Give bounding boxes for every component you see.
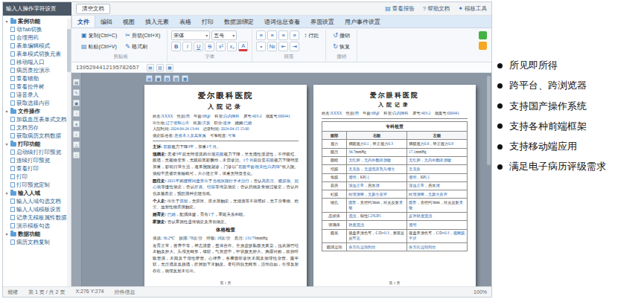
data-element[interactable]: 79: [252, 236, 257, 240]
data-element[interactable]: 透明: [409, 222, 416, 227]
align-justify-button[interactable]: ≡: [290, 30, 299, 40]
expand-panel-icon[interactable]: [479, 31, 487, 39]
tree-item-leaf[interactable]: 演示模板勾选: [4, 222, 71, 230]
data-element[interactable]: 无红肿: [348, 158, 360, 162]
menu-tab[interactable]: 表格: [174, 16, 197, 28]
data-element[interactable]: 1个月: [206, 144, 217, 149]
cut-button[interactable]: ✂ 剪切(Ctrl+X): [122, 30, 163, 40]
data-element[interactable]: 圆形: [348, 200, 356, 205]
data-element[interactable]: 混浊: [348, 213, 356, 218]
data-element[interactable]: (-): [365, 175, 369, 179]
data-element[interactable]: 无充血: [409, 167, 421, 171]
side-tool-icon[interactable]: □: [73, 152, 80, 158]
data-element[interactable]: 视网膜平伏: [409, 231, 465, 240]
data-element[interactable]: 纹理清晰: [348, 192, 364, 196]
data-element[interactable]: 右眼年龄相关性白内障: [238, 164, 280, 169]
data-element[interactable]: 右眼: [266, 158, 274, 162]
italic-button[interactable]: I: [182, 42, 192, 51]
tree-item-leaf[interactable]: 查看打印: [4, 164, 71, 173]
document-scrollbar[interactable]: [487, 76, 491, 165]
increase-indent-button[interactable]: ⇥: [290, 42, 299, 51]
tree-item-leaf[interactable]: 病历质控演示: [4, 66, 71, 74]
tree-item-leaf[interactable]: 查看控件树: [4, 83, 71, 91]
data-element[interactable]: 无内外翻及倒睫: [424, 158, 451, 162]
tree-item-leaf[interactable]: 语音录入: [4, 91, 71, 99]
side-tool-icon[interactable]: ▣: [73, 100, 80, 106]
data-element[interactable]: 右眼: [163, 144, 171, 149]
data-element[interactable]: 3年: [188, 144, 194, 149]
data-element[interactable]: 3年: [176, 152, 182, 156]
tree-item-folder[interactable]: ▾数据功能: [4, 230, 71, 238]
line-spacing-button[interactable]: ↕ 行距: [301, 30, 322, 40]
data-element[interactable]: 皮质轻度混浊: [409, 213, 432, 218]
tree-item-leaf[interactable]: 表单编辑模式: [4, 42, 71, 50]
menu-tab[interactable]: 视图: [118, 16, 140, 28]
data-element[interactable]: 圆形: [409, 200, 416, 205]
data-element[interactable]: 1子: [208, 212, 214, 216]
data-element[interactable]: 各方向运动到位: [348, 245, 375, 249]
document-page-2[interactable]: 爱尔眼科医院 入院记录 姓名:XXXX 性别:男 年龄:68岁 科室:白内障科 …: [313, 85, 476, 286]
sidebar-scrollbar-thumb[interactable]: [67, 29, 71, 72]
side-tool-icon[interactable]: ◔: [73, 110, 80, 117]
data-element[interactable]: 当地医院: [212, 179, 229, 183]
mini-tool-icon[interactable]: ▦: [155, 75, 162, 82]
tree-item-leaf[interactable]: 输入人域模板设置: [4, 205, 71, 213]
mini-tool-icon[interactable]: ▧: [164, 75, 170, 82]
data-element[interactable]: 清: [436, 183, 439, 187]
tree-item-leaf[interactable]: 启动续打打印预览: [4, 148, 71, 156]
data-element[interactable]: 灵敏: [348, 200, 403, 210]
data-element[interactable]: 高血压: [262, 179, 275, 183]
menu-tab[interactable]: 语词信息查看: [259, 16, 305, 28]
data-element[interactable]: 无充血: [348, 167, 360, 171]
data-element[interactable]: 辽宁省鞍山市: [165, 120, 189, 125]
data-element[interactable]: 3: [432, 200, 434, 205]
data-element[interactable]: 3: [372, 200, 374, 205]
data-element[interactable]: 17.1: [409, 150, 415, 154]
data-element[interactable]: 1个月: [243, 158, 253, 162]
data-element[interactable]: 0.6: [424, 141, 429, 146]
data-element[interactable]: 2024-04-24 13:44: [170, 126, 199, 131]
copy-button[interactable]: ▣ 复制(Ctrl+C): [78, 30, 120, 40]
tree-item-leaf[interactable]: 合理用药: [4, 33, 71, 42]
menu-tab[interactable]: 数据源绑定: [219, 16, 259, 28]
tree-item-folder[interactable]: ▾案例功能: [4, 17, 71, 25]
paste-button[interactable]: ▤ 粘贴(Ctrl+V): [78, 42, 120, 51]
data-element[interactable]: 68岁: [203, 114, 211, 118]
data-element[interactable]: 0.8: [448, 141, 453, 146]
font-color-button[interactable]: A: [238, 42, 248, 51]
data-element[interactable]: 无新生血管: [368, 192, 387, 196]
data-element[interactable]: XXXX: [331, 111, 342, 115]
data-element[interactable]: 已婚: [243, 120, 252, 125]
data-element[interactable]: 透明: [348, 175, 356, 179]
numbered-list-button[interactable]: №: [267, 42, 277, 51]
bold-button[interactable]: B: [171, 42, 181, 51]
help-doc-link[interactable]: ?帮助文档: [423, 5, 450, 13]
superscript-button[interactable]: x²: [216, 42, 226, 51]
document-page-1[interactable]: 爱尔眼科医院 入院记录 姓名:XXXX 性别:男 年龄:68岁 科室:白内障科 …: [144, 85, 307, 286]
data-element[interactable]: 右眼: [215, 152, 223, 156]
id-tool-icon[interactable]: ▥: [156, 64, 164, 71]
menu-tab[interactable]: 文件: [71, 16, 95, 28]
data-element[interactable]: 2024-04-15 15:00: [220, 126, 249, 131]
data-element[interactable]: 无滤泡及乳头增生: [364, 167, 395, 171]
data-element[interactable]: 34.7: [348, 150, 355, 154]
data-element[interactable]: 透明: [409, 175, 416, 179]
side-tool-icon[interactable]: △: [73, 141, 80, 148]
bullet-list-button[interactable]: •: [256, 42, 266, 51]
font-family-select[interactable]: 宋体 ▾: [171, 30, 210, 40]
tree-item-leaf[interactable]: 加载血压表单式文档: [4, 115, 71, 123]
tree-item-folder[interactable]: ▾文件操作: [4, 107, 71, 115]
data-element[interactable]: 腰椎间盘突出: [184, 179, 208, 183]
data-element[interactable]: 糖尿病: [278, 179, 291, 183]
menu-tab[interactable]: 打印: [197, 16, 219, 28]
data-element[interactable]: 手术治疗: [233, 179, 249, 183]
sidebar-scrollbar[interactable]: [67, 19, 71, 286]
data-element[interactable]: 患者本人及其家属: [174, 133, 205, 138]
tree-item-leaf[interactable]: 获取病历文档数据: [4, 132, 71, 140]
data-element[interactable]: 各方向运动到位: [409, 245, 436, 249]
data-element[interactable]: 清: [375, 183, 379, 187]
font-size-select[interactable]: 五号 ▾: [211, 30, 237, 40]
data-element[interactable]: 可靠: [228, 133, 236, 138]
tree-item-leaf[interactable]: 打印: [4, 173, 71, 181]
undo-button[interactable]: ↺ 撤销: [330, 30, 353, 40]
